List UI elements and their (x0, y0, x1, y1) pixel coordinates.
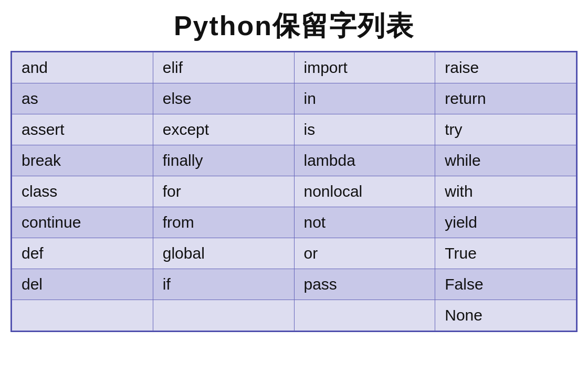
table-cell: finally (153, 145, 294, 176)
table-cell: not (294, 207, 435, 238)
table-cell: raise (435, 52, 576, 83)
keywords-table-wrapper: andelifimportraiseaselseinreturnassertex… (10, 51, 578, 332)
table-row: continuefromnotyield (12, 207, 576, 238)
table-cell: return (435, 83, 576, 114)
table-cell: with (435, 176, 576, 207)
table-cell: pass (294, 269, 435, 300)
table-cell: nonlocal (294, 176, 435, 207)
table-cell: True (435, 238, 576, 269)
table-cell: False (435, 269, 576, 300)
table-cell (153, 300, 294, 331)
table-row: None (12, 300, 576, 331)
table-row: breakfinallylambdawhile (12, 145, 576, 176)
table-row: defglobalorTrue (12, 238, 576, 269)
table-cell (294, 300, 435, 331)
table-cell: in (294, 83, 435, 114)
table-cell: class (12, 176, 153, 207)
table-cell: elif (153, 52, 294, 83)
table-cell: from (153, 207, 294, 238)
page-title: Python保留字列表 (174, 8, 414, 45)
table-cell (12, 300, 153, 331)
table-cell: yield (435, 207, 576, 238)
table-cell: break (12, 145, 153, 176)
table-cell: while (435, 145, 576, 176)
table-cell: assert (12, 114, 153, 145)
table-cell: if (153, 269, 294, 300)
table-cell: del (12, 269, 153, 300)
table-cell: global (153, 238, 294, 269)
table-cell: as (12, 83, 153, 114)
table-cell: lambda (294, 145, 435, 176)
table-cell: None (435, 300, 576, 331)
table-row: aselseinreturn (12, 83, 576, 114)
table-cell: and (12, 52, 153, 83)
table-row: andelifimportraise (12, 52, 576, 83)
table-row: assertexceptistry (12, 114, 576, 145)
table-cell: try (435, 114, 576, 145)
table-cell: for (153, 176, 294, 207)
table-cell: except (153, 114, 294, 145)
table-cell: import (294, 52, 435, 83)
table-cell: else (153, 83, 294, 114)
table-cell: or (294, 238, 435, 269)
table-cell: def (12, 238, 153, 269)
keywords-table: andelifimportraiseaselseinreturnassertex… (12, 52, 576, 331)
table-cell: is (294, 114, 435, 145)
table-row: delifpassFalse (12, 269, 576, 300)
table-row: classfornonlocalwith (12, 176, 576, 207)
table-cell: continue (12, 207, 153, 238)
